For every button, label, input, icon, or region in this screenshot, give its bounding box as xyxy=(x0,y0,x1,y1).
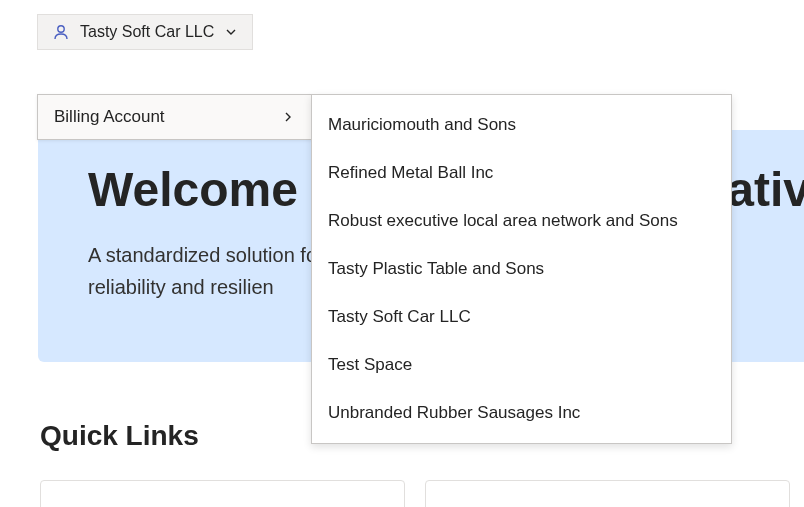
quick-link-card[interactable] xyxy=(40,480,405,507)
dropdown-secondary: Mauriciomouth and Sons Refined Metal Bal… xyxy=(311,94,732,444)
chevron-down-icon xyxy=(224,25,238,39)
account-option[interactable]: Robust executive local area network and … xyxy=(312,197,731,245)
account-selector-label: Tasty Soft Car LLC xyxy=(80,23,214,41)
person-icon xyxy=(52,23,70,41)
account-option[interactable]: Test Space xyxy=(312,341,731,389)
quick-links-cards xyxy=(40,480,804,507)
dropdown-primary: Billing Account xyxy=(37,94,312,140)
account-option[interactable]: Tasty Soft Car LLC xyxy=(312,293,731,341)
account-selector-button[interactable]: Tasty Soft Car LLC xyxy=(37,14,253,50)
chevron-right-icon xyxy=(281,110,295,124)
quick-links-heading: Quick Links xyxy=(40,420,199,452)
dropdown-item-label: Billing Account xyxy=(54,107,165,127)
quick-link-card[interactable] xyxy=(425,480,790,507)
account-option[interactable]: Tasty Plastic Table and Sons xyxy=(312,245,731,293)
account-option[interactable]: Refined Metal Ball Inc xyxy=(312,149,731,197)
dropdown-item-billing-account[interactable]: Billing Account xyxy=(38,95,311,139)
hero-subtitle-line2: reliability and resilien xyxy=(88,276,274,298)
account-option[interactable]: Unbranded Rubber Sausages Inc xyxy=(312,389,731,437)
svg-point-0 xyxy=(58,26,64,32)
account-option[interactable]: Mauriciomouth and Sons xyxy=(312,101,731,149)
